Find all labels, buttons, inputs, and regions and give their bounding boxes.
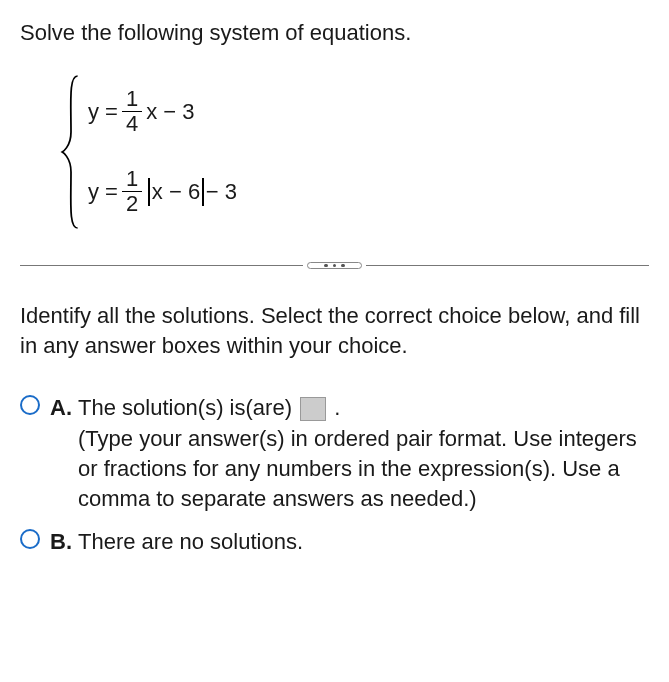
equation-1: y = 1 4 x − 3 xyxy=(88,88,237,135)
choice-a-line1: The solution(s) is(are) . xyxy=(78,393,649,423)
dot-icon xyxy=(333,264,337,268)
expand-button[interactable] xyxy=(307,262,363,270)
divider-line xyxy=(366,265,649,266)
choice-b: B. There are no solutions. xyxy=(20,525,649,559)
choice-a: A. The solution(s) is(are) . (Type your … xyxy=(20,391,649,516)
choice-a-line1-pre: The solution(s) is(are) xyxy=(78,395,298,420)
eq2-lhs: y = xyxy=(88,177,118,207)
frac-denominator: 4 xyxy=(122,111,142,135)
choice-a-letter: A. xyxy=(50,393,78,423)
eq2-tail: − 3 xyxy=(206,177,237,207)
equation-2: y = 1 2 x − 6 − 3 xyxy=(88,168,237,215)
eq1-lhs: y = xyxy=(88,97,118,127)
answer-input-box[interactable] xyxy=(300,397,326,421)
abs-bar-left-icon xyxy=(148,178,150,206)
choice-a-help: (Type your answer(s) in ordered pair for… xyxy=(78,424,649,513)
frac-denominator: 2 xyxy=(122,191,142,215)
choice-b-text: There are no solutions. xyxy=(78,527,649,557)
frac-numerator: 1 xyxy=(122,88,142,111)
equation-system: y = 1 4 x − 3 y = 1 2 x − 6 − 3 xyxy=(60,72,649,232)
divider-line xyxy=(20,265,303,266)
choice-a-line1-post: . xyxy=(334,395,340,420)
dot-icon xyxy=(324,264,328,268)
fraction-1-2: 1 2 xyxy=(122,168,142,215)
eq1-rhs: x − 3 xyxy=(146,97,194,127)
choice-b-letter: B. xyxy=(50,527,78,557)
instruction-text: Identify all the solutions. Select the c… xyxy=(20,301,649,360)
radio-a[interactable] xyxy=(20,395,40,415)
radio-b[interactable] xyxy=(20,529,40,549)
dot-icon xyxy=(341,264,345,268)
fraction-1-4: 1 4 xyxy=(122,88,142,135)
section-divider xyxy=(20,262,649,270)
absolute-value: x − 6 xyxy=(146,177,206,207)
frac-numerator: 1 xyxy=(122,168,142,191)
left-brace-icon xyxy=(60,72,82,232)
abs-inner: x − 6 xyxy=(152,177,200,207)
problem-prompt: Solve the following system of equations. xyxy=(20,18,649,48)
abs-bar-right-icon xyxy=(202,178,204,206)
